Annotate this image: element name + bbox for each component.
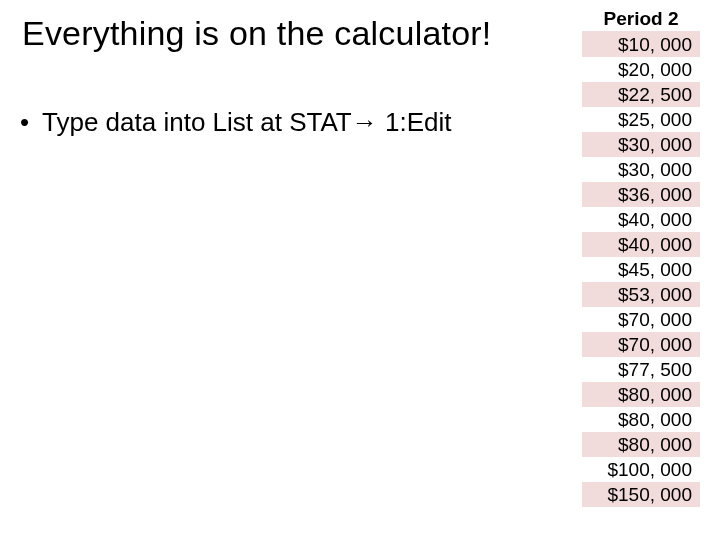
table-row: $30, 000	[582, 132, 700, 157]
table-cell: $53, 000	[582, 282, 700, 307]
table-row: $36, 000	[582, 182, 700, 207]
bullet-text-prefix: Type data into List at STAT	[42, 107, 352, 137]
table-cell: $10, 000	[582, 32, 700, 58]
table-cell: $30, 000	[582, 157, 700, 182]
table-cell: $100, 000	[582, 457, 700, 482]
table-row: $150, 000	[582, 482, 700, 507]
table-row: $53, 000	[582, 282, 700, 307]
table-cell: $70, 000	[582, 307, 700, 332]
table-cell: $40, 000	[582, 232, 700, 257]
slide-title: Everything is on the calculator!	[22, 14, 552, 53]
table-cell: $80, 000	[582, 407, 700, 432]
table-row: $80, 000	[582, 407, 700, 432]
table-row: $40, 000	[582, 207, 700, 232]
table-cell: $36, 000	[582, 182, 700, 207]
table-row: $80, 000	[582, 432, 700, 457]
table-cell: $77, 500	[582, 357, 700, 382]
table-row: $70, 000	[582, 307, 700, 332]
table-cell: $80, 000	[582, 382, 700, 407]
table-row: $10, 000	[582, 32, 700, 58]
table-row: $80, 000	[582, 382, 700, 407]
table-row: $30, 000	[582, 157, 700, 182]
table-cell: $30, 000	[582, 132, 700, 157]
slide: Everything is on the calculator! Type da…	[0, 0, 720, 540]
table-cell: $22, 500	[582, 82, 700, 107]
table-row: $70, 000	[582, 332, 700, 357]
table-cell: $80, 000	[582, 432, 700, 457]
table-cell: $25, 000	[582, 107, 700, 132]
right-arrow-icon: →	[352, 107, 378, 137]
table-cell: $150, 000	[582, 482, 700, 507]
bullet-item: Type data into List at STAT→ 1:Edit	[16, 106, 536, 139]
table-body: $10, 000 $20, 000 $22, 500 $25, 000 $30,…	[582, 32, 700, 508]
bullet-list: Type data into List at STAT→ 1:Edit	[16, 106, 536, 147]
table-cell: $20, 000	[582, 57, 700, 82]
table-row: $40, 000	[582, 232, 700, 257]
table-cell: $40, 000	[582, 207, 700, 232]
table-row: $77, 500	[582, 357, 700, 382]
table-cell: $70, 000	[582, 332, 700, 357]
table-row: $45, 000	[582, 257, 700, 282]
table-row: $100, 000	[582, 457, 700, 482]
table-cell: $45, 000	[582, 257, 700, 282]
table-header: Period 2	[582, 6, 700, 32]
table-row: $25, 000	[582, 107, 700, 132]
bullet-text-suffix: 1:Edit	[378, 107, 452, 137]
table-row: $20, 000	[582, 57, 700, 82]
table-row: $22, 500	[582, 82, 700, 107]
data-table: Period 2 $10, 000 $20, 000 $22, 500 $25,…	[582, 6, 700, 507]
